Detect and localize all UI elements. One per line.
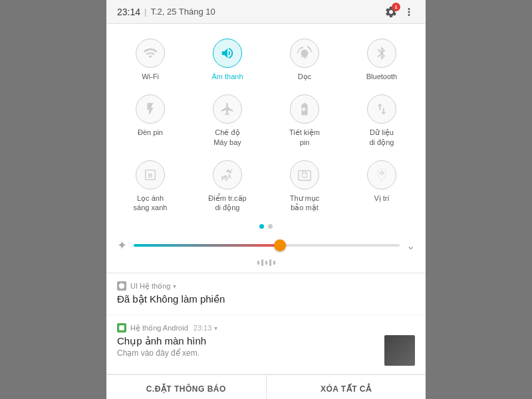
mobile-data-icon <box>374 102 389 116</box>
toggle-grid-row1: Wi-Fi Âm thanh Dọc <box>106 32 426 219</box>
secure-folder-toggle-icon <box>290 160 319 190</box>
toggle-mobile-data[interactable]: Dữ liệudi động <box>343 88 420 154</box>
brightness-fill <box>134 244 280 247</box>
blue-light-icon: B <box>143 168 158 182</box>
notif-content-row-2: Chụp ảnh màn hình Chạm vào đây để xem. <box>117 335 415 366</box>
dot-1 <box>259 224 264 229</box>
toggle-location[interactable]: Vị trí <box>343 154 420 219</box>
status-divider: | <box>144 7 146 17</box>
wifi-label: Wi-Fi <box>142 72 159 81</box>
more-options-icon[interactable] <box>403 6 415 18</box>
phone-screen: 23:14 | T.2, 25 Tháng 10 1 <box>106 0 426 399</box>
toggle-secure-folder[interactable]: Thư mụcbảo mật <box>266 154 343 219</box>
brightness-expand-icon[interactable]: ⌄ <box>406 239 415 252</box>
brightness-row: ✦ ⌄ <box>106 234 426 259</box>
notif-time-2: 23:13 <box>194 324 212 332</box>
notification-section: UI Hệ thống ▾ Đã bật Không làm phiền Hệ … <box>106 273 426 374</box>
secure-folder-icon <box>297 168 312 182</box>
notif-source-icon-1 <box>117 281 126 291</box>
eq-bar-2 <box>261 259 263 266</box>
notif-expand-chevron-1: ▾ <box>173 283 176 290</box>
notif-title-1: Đã bật Không làm phiền <box>117 293 415 305</box>
wifi-icon <box>143 46 158 61</box>
toggle-blue-light[interactable]: B Lọc ánhsáng xanh <box>112 154 189 219</box>
secure-folder-label: Thư mụcbảo mật <box>290 194 320 213</box>
notif-text-2: Chụp ảnh màn hình Chạm vào đây để xem. <box>117 335 384 358</box>
toggle-wifi[interactable]: Wi-Fi <box>112 32 189 88</box>
notif-header-2: Hệ thống Android 23:13 ▾ <box>117 323 415 332</box>
dot-2 <box>268 224 273 229</box>
toggle-airplane[interactable]: Chế độMáy bay <box>189 88 266 154</box>
svg-rect-3 <box>302 173 307 177</box>
location-label: Vị trí <box>374 194 389 203</box>
flashlight-icon <box>143 102 158 116</box>
bluetooth-icon <box>374 46 389 61</box>
rotation-toggle-icon <box>290 39 319 68</box>
eq-bar-3 <box>265 261 267 265</box>
location-toggle-icon <box>367 160 396 190</box>
eq-bar-4 <box>269 259 271 266</box>
notif-source-icon-2 <box>117 323 126 332</box>
toggle-bluetooth[interactable]: Bluetooth <box>343 32 420 88</box>
toggle-rotation[interactable]: Dọc <box>266 32 343 88</box>
notif-source-text-1: UI Hệ thống <box>130 282 170 291</box>
notif-app-icon-2 <box>118 325 125 331</box>
location-icon <box>374 168 389 182</box>
sound-label: Âm thanh <box>211 72 243 81</box>
eq-bar-1 <box>257 261 259 265</box>
toggle-hotspot[interactable]: Điểm tr.cấpdi động <box>189 154 266 219</box>
status-icons: 1 <box>384 5 415 19</box>
notif-source-2: Hệ thống Android 23:13 ▾ <box>130 324 217 332</box>
toggle-sound[interactable]: Âm thanh <box>189 32 266 88</box>
gear-badge[interactable]: 1 <box>384 5 398 19</box>
status-date: T.2, 25 Tháng 10 <box>150 7 215 17</box>
hotspot-toggle-icon <box>213 160 242 190</box>
clear-all-button[interactable]: XÓA TẤT CẢ <box>267 375 426 399</box>
bluetooth-toggle-icon <box>367 39 396 68</box>
settings-button[interactable]: C.ĐẶT THÔNG BÁO <box>106 375 267 399</box>
airplane-toggle-icon <box>213 94 242 124</box>
mobile-data-toggle-icon <box>367 94 396 124</box>
toggle-battery-save[interactable]: Tiết kiệmpin <box>266 88 343 154</box>
status-bar: 23:14 | T.2, 25 Tháng 10 1 <box>106 0 426 24</box>
notif-app-icon-1 <box>118 283 125 289</box>
notif-source-1: UI Hệ thống ▾ <box>130 282 176 291</box>
quick-settings-panel: Wi-Fi Âm thanh Dọc <box>106 24 426 273</box>
right-panel <box>426 0 532 399</box>
notification-badge: 1 <box>392 3 400 11</box>
action-bar: C.ĐẶT THÔNG BÁO XÓA TẤT CẢ <box>106 374 426 399</box>
airplane-label: Chế độMáy bay <box>213 128 241 147</box>
pagination-dots <box>106 219 426 234</box>
brightness-slider[interactable] <box>134 244 400 247</box>
brightness-low-icon: ✦ <box>117 238 127 253</box>
svg-point-5 <box>119 283 124 289</box>
battery-save-toggle-icon <box>290 94 319 124</box>
bluetooth-label: Bluetooth <box>366 72 397 81</box>
notif-title-2: Chụp ảnh màn hình <box>117 335 384 347</box>
battery-save-icon <box>297 102 312 116</box>
equalizer-row <box>106 259 426 273</box>
airplane-icon <box>220 102 235 116</box>
svg-text:B: B <box>148 172 153 179</box>
blue-light-toggle-icon: B <box>136 160 165 190</box>
eq-bar-5 <box>273 261 275 265</box>
left-panel <box>0 0 106 399</box>
rotation-label: Dọc <box>298 72 311 81</box>
rotation-icon <box>297 46 312 61</box>
equalizer-bars <box>257 259 275 266</box>
svg-rect-2 <box>299 170 311 180</box>
notification-item-2[interactable]: Hệ thống Android 23:13 ▾ Chụp ảnh màn hì… <box>106 315 426 374</box>
notif-expand-chevron-2: ▾ <box>214 325 217 332</box>
svg-point-4 <box>380 172 384 175</box>
notif-thumbnail-2 <box>384 335 415 366</box>
mobile-data-label: Dữ liệudi động <box>370 128 394 147</box>
notification-item-1[interactable]: UI Hệ thống ▾ Đã bật Không làm phiền <box>106 273 426 315</box>
hotspot-icon <box>220 168 235 182</box>
flashlight-toggle-icon <box>136 94 165 124</box>
status-time: 23:14 <box>117 7 140 17</box>
brightness-thumb[interactable] <box>274 239 286 251</box>
blue-light-label: Lọc ánhsáng xanh <box>134 194 168 213</box>
notif-body-2: Chạm vào đây để xem. <box>117 348 384 358</box>
sound-icon <box>220 46 235 61</box>
toggle-flashlight[interactable]: Đèn pin <box>112 88 189 154</box>
